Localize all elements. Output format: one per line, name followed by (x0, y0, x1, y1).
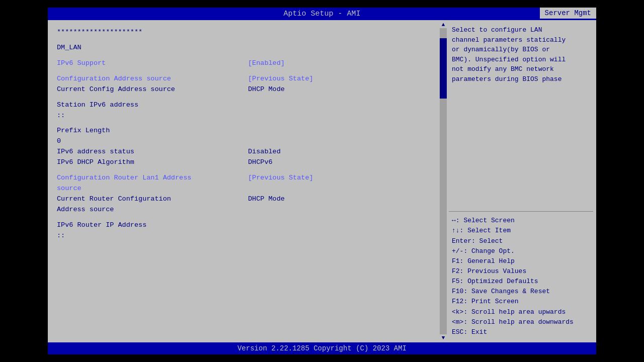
stars-line: ********************* (57, 27, 432, 38)
key-esc: ESC: Exit (452, 327, 590, 337)
key-enter: Enter: Select (452, 236, 590, 246)
router-addr-source-row: Configuration Router Lan1 Addresssource … (57, 173, 432, 194)
current-router-config-row: Current Router ConfigurationAddress sour… (57, 194, 432, 215)
ipv6-addr-status-row: IPv6 address status Disabled (57, 147, 432, 157)
ipv6-support-row: IPv6 Support [Enabled] (57, 58, 432, 69)
right-panel: Select to configure LAN channel paramete… (447, 21, 595, 341)
current-config-addr-value: DHCP Mode (248, 84, 432, 95)
ipv6-dhcp-alg-label: IPv6 DHCP Algorithm (57, 157, 248, 168)
key-f1: F1: General Help (452, 256, 590, 266)
config-addr-source-row: Configuration Address source [Previous S… (57, 74, 432, 84)
help-line-1: Select to configure LAN (452, 25, 590, 35)
key-f2: F2: Previous Values (452, 266, 590, 277)
router-addr-source-value[interactable]: [Previous State] (248, 173, 432, 194)
station-ipv6-row: Station IPv6 address (57, 100, 432, 111)
title-bar: Aptio Setup - AMI Server Mgmt (48, 8, 596, 20)
help-line-5: not modify any BMC network (452, 64, 590, 74)
help-line-6: parameters during BIOS phase (452, 74, 590, 84)
scrollbar: ▲ ▼ (440, 21, 447, 341)
key-change-opt: +/-: Change Opt. (452, 246, 590, 256)
ipv6-support-value[interactable]: [Enabled] (248, 58, 432, 69)
dm-lan-label: DM_LAN (57, 43, 432, 53)
key-k: <k>: Scroll help area upwards (452, 307, 590, 317)
ipv6-dhcp-alg-value: DHCPv6 (248, 157, 432, 168)
scroll-track (440, 28, 447, 334)
station-ipv6-addr: :: (57, 111, 248, 121)
ipv6-router-ip-val-row: :: (57, 231, 432, 241)
help-line-3: or dynamically(by BIOS or (452, 45, 590, 55)
ipv6-router-ip-row: IPv6 Router IP Address (57, 220, 432, 231)
left-panel: ********************* DM_LAN IPv6 Suppor… (49, 21, 440, 341)
footer-text: Version 2.22.1285 Copyright (C) 2023 AMI (237, 344, 407, 352)
scroll-down-arrow[interactable]: ▼ (440, 334, 447, 341)
ipv6-addr-status-label: IPv6 address status (57, 147, 248, 157)
ipv6-router-ip-value: :: (57, 231, 248, 241)
key-f5: F5: Optimized Defaults (452, 277, 590, 287)
server-mgmt-badge: Server Mgmt (540, 8, 596, 19)
key-select-item: ↑↓: Select Item (452, 226, 590, 236)
scroll-thumb[interactable] (440, 38, 447, 99)
ipv6-router-ip-label: IPv6 Router IP Address (57, 220, 248, 231)
station-ipv6-value (248, 100, 432, 111)
app-title: Aptio Setup - AMI (283, 10, 360, 18)
key-m: <m>: Scroll help area downwards (452, 317, 590, 327)
ipv6-addr-status-value: Disabled (248, 147, 432, 157)
footer-bar: Version 2.22.1285 Copyright (C) 2023 AMI (48, 342, 596, 354)
ipv6-support-label: IPv6 Support (57, 58, 248, 69)
station-ipv6-addr-row: :: (57, 111, 432, 121)
help-line-4: BMC). Unspecified option will (452, 55, 590, 65)
prefix-length-val-row: 0 (57, 136, 432, 147)
help-text-area: Select to configure LAN channel paramete… (447, 21, 595, 211)
help-line-2: channel parameters statically (452, 35, 590, 45)
router-addr-source-label: Configuration Router Lan1 Addresssource (57, 173, 248, 194)
key-f12: F12: Print Screen (452, 297, 590, 307)
main-content: ********************* DM_LAN IPv6 Suppor… (48, 20, 596, 342)
current-config-addr-row: Current Config Address source DHCP Mode (57, 84, 432, 95)
config-addr-source-label: Configuration Address source (57, 74, 248, 84)
prefix-length-row: Prefix Length (57, 126, 432, 136)
key-select-screen: ↔: Select Screen (452, 216, 590, 226)
current-config-addr-label: Current Config Address source (57, 84, 248, 95)
current-router-config-value: DHCP Mode (248, 194, 432, 215)
config-addr-source-value[interactable]: [Previous State] (248, 74, 432, 84)
keys-area: ↔: Select Screen ↑↓: Select Item Enter: … (447, 212, 595, 341)
prefix-length-value: 0 (57, 136, 248, 147)
prefix-length-label: Prefix Length (57, 126, 248, 136)
key-f10: F10: Save Changes & Reset (452, 287, 590, 297)
scroll-up-arrow[interactable]: ▲ (440, 21, 447, 28)
ipv6-dhcp-alg-row: IPv6 DHCP Algorithm DHCPv6 (57, 157, 432, 168)
current-router-config-label: Current Router ConfigurationAddress sour… (57, 194, 248, 215)
station-ipv6-label: Station IPv6 address (57, 100, 248, 111)
